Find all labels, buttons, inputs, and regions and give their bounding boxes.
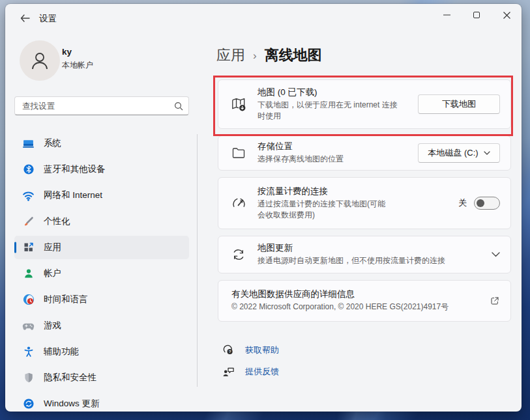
sidebar-item-time-language[interactable]: 时间和语言 <box>14 288 189 311</box>
sidebar-item-personalization[interactable]: 个性化 <box>14 210 189 233</box>
metered-connection-card: 按流量计费的连接 通过按流量计费的连接下载地图(可能 会收取数据费用) 关 <box>218 177 511 229</box>
folder-icon <box>230 145 247 161</box>
sidebar-nav: 系统 蓝牙和其他设备 网络和 Internet 个性化 <box>9 132 194 412</box>
breadcrumb: 应用 › 离线地图 <box>216 46 322 65</box>
sidebar-divider <box>197 134 198 387</box>
sidebar-item-system[interactable]: 系统 <box>14 132 189 155</box>
apps-icon <box>22 242 35 254</box>
storage-card-description: 选择保存离线地图的位置 <box>258 154 410 165</box>
sidebar-item-gaming[interactable]: 游戏 <box>14 314 189 337</box>
user-name: ky <box>62 47 72 57</box>
user-account-type: 本地帐户 <box>62 60 93 71</box>
sidebar-item-windows-update[interactable]: Windows 更新 <box>14 392 189 412</box>
svg-text:?: ? <box>228 349 231 354</box>
chevron-down-icon <box>484 151 490 155</box>
maximize-button[interactable] <box>462 4 492 26</box>
close-button[interactable] <box>492 4 522 26</box>
breadcrumb-root[interactable]: 应用 <box>216 46 245 65</box>
breadcrumb-separator: › <box>253 48 257 63</box>
storage-drive-dropdown[interactable]: 本地磁盘 (C:) <box>418 143 500 163</box>
sidebar-item-label: 帐户 <box>44 268 61 279</box>
maximize-icon <box>473 12 480 18</box>
feedback-icon <box>222 365 235 378</box>
updates-card-description: 接通电源时自动更新地图，但不使用按流量计费的连接 <box>258 255 484 266</box>
storage-card-title: 存储位置 <box>258 141 410 152</box>
personalization-icon <box>22 216 35 228</box>
sidebar-item-label: 游戏 <box>44 320 61 331</box>
storage-card: 存储位置 选择保存离线地图的位置 本地磁盘 (C:) <box>218 135 511 171</box>
network-icon <box>22 189 35 202</box>
gauge-icon <box>230 195 247 212</box>
toggle-state-label: 关 <box>458 197 467 209</box>
search-input[interactable] <box>22 102 174 111</box>
windows-update-icon <box>22 398 35 410</box>
updates-card-title: 地图更新 <box>258 242 484 254</box>
storage-drive-value: 本地磁盘 (C:) <box>428 147 478 159</box>
settings-window: 设置 ky 本地帐户 <box>5 4 522 412</box>
toggle-knob <box>477 199 484 207</box>
maps-card-title: 地图 (0 已下载) <box>258 87 410 98</box>
settings-cards: 地图 (0 已下载) 下载地图，以便于应用在无 internet 连接 时使用 … <box>218 79 511 322</box>
map-download-icon <box>230 96 247 113</box>
metered-card-title: 按流量计费的连接 <box>258 186 450 197</box>
maps-card-description: 下载地图，以便于应用在无 internet 连接 时使用 <box>258 100 410 122</box>
sidebar-item-label: 应用 <box>44 242 61 253</box>
search-box[interactable] <box>14 96 189 115</box>
get-help-link[interactable]: ? 获取帮助 <box>222 344 279 356</box>
selected-indicator <box>14 242 16 253</box>
bluetooth-icon <box>22 163 35 176</box>
titlebar: 设置 <box>5 4 522 33</box>
minimize-button[interactable] <box>432 4 462 26</box>
sidebar-item-accessibility[interactable]: 辅助功能 <box>14 340 189 363</box>
sidebar-item-label: 网络和 Internet <box>44 189 102 201</box>
external-link-icon <box>490 296 500 306</box>
get-help-icon: ? <box>222 344 235 356</box>
provider-card-description: © 2022 Microsoft Corporation, © 2020 HER… <box>231 301 482 313</box>
sidebar-item-label: Windows 更新 <box>44 398 100 410</box>
person-icon <box>29 49 51 72</box>
sidebar-item-accounts[interactable]: 帐户 <box>14 262 189 285</box>
sidebar-item-label: 隐私和安全性 <box>44 372 96 384</box>
window-title: 设置 <box>39 13 57 25</box>
sidebar-item-apps[interactable]: 应用 <box>14 236 189 259</box>
time-language-icon <box>22 294 35 306</box>
sidebar-item-label: 蓝牙和其他设备 <box>44 163 106 175</box>
refresh-icon <box>230 247 247 262</box>
map-data-provider-card[interactable]: 有关地图数据供应商的详细信息 © 2022 Microsoft Corporat… <box>218 280 511 322</box>
back-button[interactable] <box>14 10 35 27</box>
gaming-icon <box>22 320 35 332</box>
download-maps-button[interactable]: 下载地图 <box>418 94 500 114</box>
sidebar-item-label: 时间和语言 <box>44 294 88 305</box>
sidebar-item-label: 辅助功能 <box>44 346 79 357</box>
sidebar-item-network[interactable]: 网络和 Internet <box>14 184 189 207</box>
metered-card-description: 通过按流量计费的连接下载地图(可能 会收取数据费用) <box>258 199 450 221</box>
accessibility-icon <box>22 346 35 358</box>
accounts-icon <box>22 268 35 280</box>
metered-toggle[interactable] <box>474 197 500 210</box>
page-title: 离线地图 <box>265 46 322 65</box>
provider-card-title: 有关地图数据供应商的详细信息 <box>231 288 482 300</box>
expand-chevron-icon[interactable] <box>492 252 500 257</box>
sidebar-item-bluetooth[interactable]: 蓝牙和其他设备 <box>14 158 189 181</box>
maps-card: 地图 (0 已下载) 下载地图，以便于应用在无 internet 连接 时使用 … <box>218 79 511 129</box>
search-icon <box>174 102 183 111</box>
footer-links: ? 获取帮助 提供反馈 <box>222 344 279 378</box>
get-help-label: 获取帮助 <box>245 344 279 356</box>
feedback-label: 提供反馈 <box>245 366 279 378</box>
avatar[interactable] <box>20 40 60 81</box>
feedback-link[interactable]: 提供反馈 <box>222 365 279 378</box>
sidebar-item-privacy[interactable]: 隐私和安全性 <box>14 366 189 389</box>
system-icon <box>22 137 35 150</box>
privacy-icon <box>22 372 35 384</box>
sidebar-item-label: 系统 <box>44 137 61 149</box>
sidebar-item-label: 个性化 <box>44 216 70 227</box>
map-updates-card[interactable]: 地图更新 接通电源时自动更新地图，但不使用按流量计费的连接 <box>218 236 511 273</box>
